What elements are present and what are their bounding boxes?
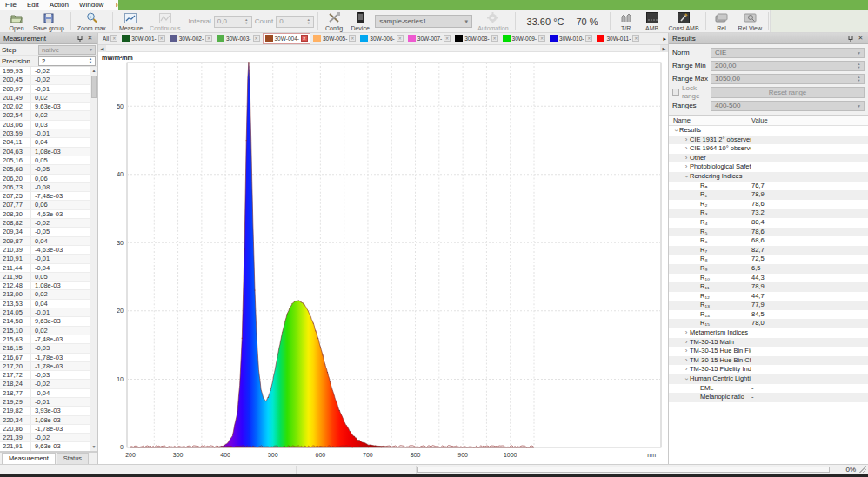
table-row[interactable]: 212,481,08e-03	[0, 282, 90, 290]
close-icon[interactable]: ✕	[857, 35, 865, 43]
table-row[interactable]: 207,25-7,48e-03	[0, 192, 90, 201]
tab-status[interactable]: Status	[57, 453, 89, 464]
close-icon[interactable]: ✕	[444, 35, 451, 42]
interval-spinbox[interactable]: 0,0 ▲▼	[214, 16, 252, 28]
tree-row[interactable]: ›Results	[669, 126, 868, 136]
reset-range-button[interactable]: Reset range	[711, 87, 865, 98]
tree-row[interactable]: R₁₀44,3	[669, 274, 868, 283]
table-row[interactable]: 206,200,06	[0, 175, 90, 183]
close-icon[interactable]: ✕	[86, 35, 94, 43]
chevron-collapsed-icon[interactable]: ›	[683, 328, 690, 338]
precision-spinbox[interactable]: 2 ▲▼	[38, 56, 96, 66]
table-row[interactable]: 220,86-1,78e-03	[0, 425, 90, 434]
tree-row[interactable]: ›Rendering Indices	[669, 172, 868, 182]
table-row[interactable]: 221,39-0,02	[0, 434, 90, 442]
table-row[interactable]: 202,029,63e-03	[0, 103, 90, 111]
table-row[interactable]: 199,93-0,02	[0, 67, 90, 76]
series-chip-30w-002[interactable]: 30W-002-✕	[168, 33, 214, 44]
save-group-button[interactable]: Save group	[30, 10, 68, 32]
table-row[interactable]: 219,823,93e-03	[0, 407, 90, 415]
count-spin-arrows[interactable]: ▲▼	[304, 17, 312, 27]
table-row[interactable]: 210,91-0,01	[0, 255, 90, 263]
tree-row[interactable]: R₁₃77,9	[669, 301, 868, 310]
tree-row[interactable]: R₁78,9	[669, 190, 868, 200]
automation-button[interactable]: Automation	[474, 10, 511, 32]
series-chip-30w-009[interactable]: 30W-009-✕	[501, 33, 547, 44]
table-row[interactable]: 200,97-0,01	[0, 85, 90, 94]
chevron-collapsed-icon[interactable]: ›	[683, 154, 690, 163]
table-row[interactable]: 217,20-1,78e-03	[0, 362, 90, 371]
table-row[interactable]: 201,490,02	[0, 94, 90, 103]
table-row[interactable]: 215,100,02	[0, 327, 90, 335]
scroll-down-icon[interactable]: ▼	[90, 443, 97, 451]
table-row[interactable]: 204,631,08e-03	[0, 148, 90, 156]
close-icon[interactable]: ✕	[158, 35, 165, 42]
close-icon[interactable]: ✕	[301, 35, 308, 42]
scroll-up-icon[interactable]: ▲	[90, 67, 97, 75]
device-button[interactable]: Device	[347, 10, 373, 32]
continuous-button[interactable]: Continuous	[146, 10, 184, 32]
table-row[interactable]: 203,060,03	[0, 121, 90, 129]
count-spinbox[interactable]: 0 ▲▼	[276, 16, 314, 28]
table-row[interactable]: 205,160,05	[0, 156, 90, 165]
tree-row[interactable]: ›TM-30-15 Fidelity Index ...	[669, 365, 868, 374]
chart-hscrollbar[interactable]: ◀ ▶	[98, 45, 668, 52]
amb-button[interactable]: AMB	[639, 10, 665, 32]
close-icon[interactable]: ✕	[205, 35, 212, 42]
chevron-collapsed-icon[interactable]: ›	[683, 136, 690, 145]
table-row[interactable]: 211,44-0,04	[0, 264, 90, 273]
series-chip-30w-004[interactable]: 30W-004-✕	[263, 33, 310, 44]
tab-measurement[interactable]: Measurement	[2, 453, 56, 465]
tree-row[interactable]: ›TM-30-15 Hue Bin Chang...	[669, 356, 868, 366]
scrollbar-thumb[interactable]	[91, 76, 97, 98]
tree-row[interactable]: R₈72,5	[669, 255, 868, 264]
series-chip-30w-008[interactable]: 30W-008-✕	[453, 33, 499, 44]
interval-spin-arrows[interactable]: ▲▼	[243, 17, 250, 27]
tree-row[interactable]: ›Photobiological Safety	[669, 162, 868, 172]
precision-spin-arrows[interactable]: ▲▼	[87, 57, 94, 65]
table-row[interactable]: 203,59-0,01	[0, 129, 90, 138]
table-row[interactable]: 211,960,05	[0, 273, 90, 282]
measurement-table-scrollbar[interactable]: ▲ ▼	[90, 67, 97, 451]
norm-select[interactable]: CIE ▼	[711, 48, 865, 58]
spectrum-chart[interactable]: mW/m²/nm 2003004005006007008009001000nm0…	[98, 52, 668, 464]
tree-row[interactable]: R₁₂44,7	[669, 292, 868, 301]
table-row[interactable]: 214,05-0,01	[0, 308, 90, 317]
table-row[interactable]: 210,39-4,63e-03	[0, 246, 90, 255]
table-row[interactable]: 205,68-0,05	[0, 165, 90, 174]
chevron-collapsed-icon[interactable]: ›	[683, 365, 690, 374]
series-chip-30w-001[interactable]: 30W-001-✕	[120, 33, 166, 44]
menu-window[interactable]: Window	[74, 0, 109, 10]
tree-row[interactable]: R₂78,6	[669, 200, 868, 209]
tree-row[interactable]: Rₐ76,7	[669, 182, 868, 191]
tree-row[interactable]: R₅78,6	[669, 228, 868, 237]
table-row[interactable]: 215,63-7,48e-03	[0, 335, 90, 344]
tree-row[interactable]: R₁₁78,9	[669, 282, 868, 292]
chevron-expanded-icon[interactable]: ›	[682, 375, 691, 382]
open-button[interactable]: Open	[3, 10, 30, 32]
tree-row[interactable]: R₇82,7	[669, 246, 868, 255]
lock-range-checkbox[interactable]	[672, 89, 679, 96]
menu-action[interactable]: Action	[44, 0, 74, 10]
tree-row[interactable]: R₄80,4	[669, 218, 868, 228]
table-row[interactable]: 206,73-0,08	[0, 183, 90, 192]
tree-row[interactable]: ›CIE 1964 10° observer	[669, 144, 868, 154]
table-row[interactable]: 213,000,02	[0, 290, 90, 299]
chevron-collapsed-icon[interactable]: ›	[683, 162, 690, 172]
rel-view-button[interactable]: Rel View	[735, 10, 766, 32]
rel-button[interactable]: Rel	[709, 10, 735, 32]
chevron-expanded-icon[interactable]: ›	[671, 127, 681, 134]
pin-icon[interactable]	[847, 35, 855, 43]
tree-row[interactable]: R₁₄84,5	[669, 310, 868, 320]
step-select[interactable]: native ▼	[38, 45, 96, 55]
const-amb-button[interactable]: Const AMB	[665, 10, 703, 32]
tree-row[interactable]: R₆68,6	[669, 236, 868, 246]
series-chip-30w-006[interactable]: 30W-006-✕	[358, 33, 404, 44]
config-button[interactable]: Config	[321, 10, 347, 32]
tree-row[interactable]: ›TM-30-15 Main	[669, 338, 868, 348]
series-chip-30w-010[interactable]: 30W-010-✕	[548, 33, 594, 44]
table-row[interactable]: 208,82-0,02	[0, 219, 90, 228]
table-row[interactable]: 202,540,02	[0, 111, 90, 120]
table-row[interactable]: 221,919,63e-03	[0, 442, 90, 451]
table-row[interactable]: 207,770,06	[0, 201, 90, 209]
